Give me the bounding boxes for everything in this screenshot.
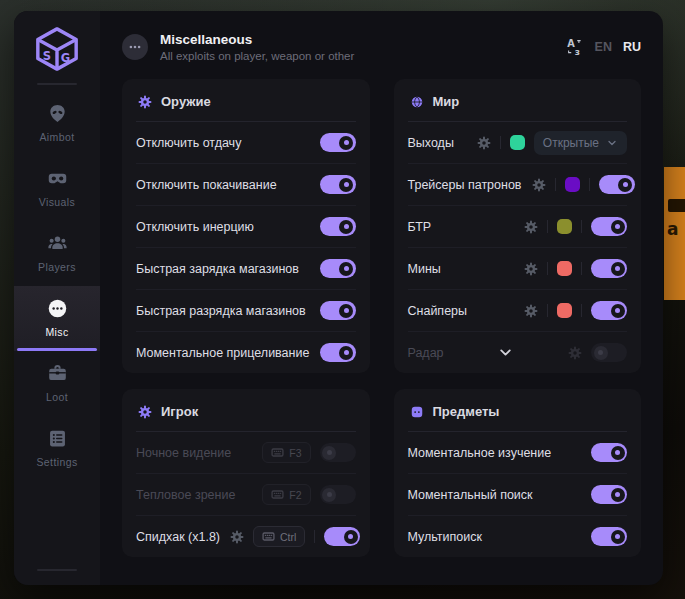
chevron-down-icon[interactable] [497,344,514,361]
sidebar-item-loot[interactable]: Loot [14,351,100,416]
dropdown-select[interactable]: Открытые [534,131,627,155]
section-player: ИгрокНочное видениеF3Тепловое зрениеF2Сп… [122,389,370,557]
control-divider [314,530,315,543]
toggle-switch[interactable] [320,443,356,462]
toggle-switch[interactable] [591,527,627,546]
section-header: Игрок [136,389,356,432]
cheat-menu-window: AimbotVisualsPlayersMiscLootSettings Mis… [14,11,663,585]
row-controls: Открытые [477,131,627,155]
lang-ru-button[interactable]: RU [623,40,641,54]
lang-en-button[interactable]: EN [595,40,612,54]
toggle-knob [611,530,625,544]
column-left: ОружиеОтключить отдачуОтключить покачива… [122,79,370,573]
color-swatch[interactable] [557,303,572,318]
section-header: Мир [408,79,628,122]
toggle-switch[interactable] [591,343,627,362]
toggle-switch[interactable] [320,133,356,152]
main-panel: Miscellaneous All exploits on player, we… [100,11,663,585]
row-controls [524,301,627,320]
toggle-switch[interactable] [324,527,360,546]
control-divider [555,178,556,191]
control-divider [581,304,582,317]
toggle-switch[interactable] [320,217,356,236]
translate-icon[interactable] [566,38,584,56]
toggle-knob [611,220,625,234]
feature-label: Моментальное изучение [408,446,552,460]
color-swatch[interactable] [565,177,580,192]
toggle-switch[interactable] [320,259,356,278]
toggle-switch[interactable] [320,175,356,194]
toggle-switch[interactable] [320,301,356,320]
sidebar-item-visuals[interactable]: Visuals [14,156,100,221]
feature-label: Отключить инерцию [136,220,254,234]
sidebar-item-label: Misc [45,326,68,338]
hotkey-badge[interactable]: Ctrl [253,526,305,547]
feature-label: Снайперы [408,304,468,318]
toggle-knob [322,488,336,502]
toggle-knob [339,346,353,360]
background-billboard: a [664,167,685,300]
page-title: Miscellaneous [160,32,554,47]
keyboard-icon [271,446,284,459]
row-controls [591,443,627,462]
billboard-letter: a [667,219,678,239]
toggle-switch[interactable] [591,443,627,462]
sidebar-item-settings[interactable]: Settings [14,416,100,481]
control-divider [547,304,548,317]
toggle-switch[interactable] [320,485,356,504]
toggle-knob [339,136,353,150]
gear-icon[interactable] [532,178,546,192]
sidebar-item-misc[interactable]: Misc [14,286,100,351]
feature-row: Тепловое зрениеF2 [136,473,356,515]
toggle-switch[interactable] [591,301,627,320]
feature-label: Мины [408,262,441,276]
feature-row: Трейсеры патронов [408,163,628,205]
section-title: Мир [433,94,460,109]
toggle-switch[interactable] [591,259,627,278]
toggle-knob [611,446,625,460]
toggle-knob [618,178,632,192]
toggle-switch[interactable] [591,485,627,504]
toggle-switch[interactable] [599,175,635,194]
people-icon [47,233,68,254]
toggle-knob [339,178,353,192]
section-world: МирВыходыОткрытыеТрейсеры патроновБТРМин… [394,79,642,373]
dropdown-value: Открытые [543,136,599,150]
hotkey-badge[interactable]: F3 [262,442,310,463]
feature-row: Ночное видениеF3 [136,432,356,473]
color-swatch[interactable] [557,219,572,234]
gear-icon[interactable] [230,530,244,544]
gear-icon[interactable] [568,346,582,360]
feature-row: Быстрая разрядка магазинов [136,289,356,331]
feature-label: Отключить покачивание [136,178,277,192]
hotkey-badge[interactable]: F2 [262,484,310,505]
gear-icon[interactable] [524,304,538,318]
section-title: Игрок [161,404,198,419]
sidebar-item-label: Loot [46,391,68,403]
dots-icon [128,40,142,54]
sidebar-divider [37,83,77,85]
toggle-switch[interactable] [591,217,627,236]
color-swatch[interactable] [510,135,525,150]
gear-icon[interactable] [524,262,538,276]
feature-row: Отключить покачивание [136,163,356,205]
row-controls [524,259,627,278]
control-divider [589,178,590,191]
toggle-knob [611,488,625,502]
section-rows: Моментальное изучениеМоментальный поискМ… [408,432,628,557]
hotkey-label: F3 [289,447,301,459]
color-swatch[interactable] [557,261,572,276]
toggle-switch[interactable] [320,343,356,362]
language-switcher: EN RU [566,38,641,56]
section-header: Оружие [136,79,356,122]
goggles-icon [47,168,68,189]
feature-row: Мультипоиск [408,515,628,557]
feature-row: Моментальное изучение [408,432,628,473]
gear-icon[interactable] [524,220,538,234]
row-controls [320,133,356,152]
hotkey-label: F2 [289,489,301,501]
sidebar-item-players[interactable]: Players [14,221,100,286]
sidebar-item-aimbot[interactable]: Aimbot [14,91,100,156]
box-icon [410,405,424,419]
gear-icon[interactable] [477,136,491,150]
